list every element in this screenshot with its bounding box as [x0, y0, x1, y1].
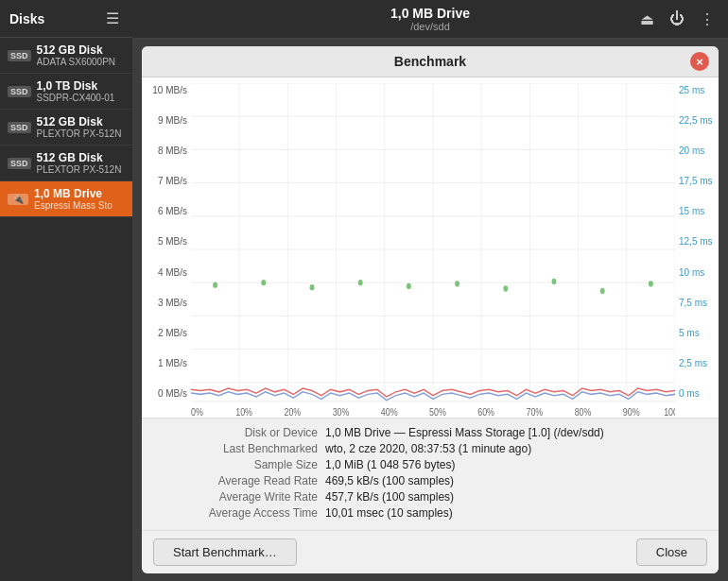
svg-text:50%: 50% [429, 406, 446, 416]
disk-sub: PLEXTOR PX-512N [37, 128, 125, 139]
info-row: Average Write Rate 457,7 kB/s (100 sampl… [157, 490, 703, 504]
eject-button[interactable]: ⏏ [634, 8, 660, 31]
svg-text:20%: 20% [284, 406, 301, 416]
info-row: Average Access Time 10,01 msec (10 sampl… [157, 506, 703, 520]
disk-name: 1,0 MB Drive [34, 187, 125, 200]
y-left-label: 0 MB/s [146, 388, 187, 399]
disk-badge: SSD [8, 158, 31, 169]
y-right-label: 22,5 ms [679, 115, 715, 126]
disk-sub: ADATA SX6000PN [37, 57, 125, 67]
disk-info: 512 GB Disk ADATA SX6000PN [37, 43, 125, 67]
disk-info: 1,0 TB Disk SSDPR-CX400-01 [37, 79, 125, 103]
svg-text:80%: 80% [575, 406, 592, 416]
dialog-header: Benchmark × [142, 46, 719, 77]
power-button[interactable]: ⏻ [664, 8, 690, 31]
svg-point-24 [358, 280, 363, 285]
svg-text:60%: 60% [477, 406, 494, 416]
disk-list: SSD 512 GB Disk ADATA SX6000PN SSD 1,0 T… [0, 38, 132, 217]
svg-text:30%: 30% [333, 406, 350, 416]
y-left-label: 2 MB/s [146, 328, 187, 338]
svg-point-23 [310, 284, 315, 290]
topbar: 1,0 MB Drive /dev/sdd ⏏ ⏻ ⋮ [132, 0, 728, 39]
disk-badge: SSD [8, 122, 31, 133]
info-row: Average Read Rate 469,5 kB/s (100 sample… [157, 474, 703, 487]
y-left-label: 5 MB/s [146, 236, 187, 247]
y-left-label: 4 MB/s [146, 267, 187, 278]
info-value: wto, 2 cze 2020, 08:37:53 (1 minute ago) [325, 442, 531, 455]
svg-point-21 [213, 282, 217, 288]
y-right-label: 20 ms [679, 145, 715, 156]
sidebar-menu-button[interactable]: ☰ [102, 8, 123, 29]
svg-point-29 [600, 288, 605, 294]
topbar-subtitle: /dev/sdd [390, 21, 470, 32]
svg-text:40%: 40% [381, 406, 398, 416]
dialog-close-button[interactable]: × [690, 52, 709, 71]
info-label: Sample Size [157, 458, 318, 471]
svg-point-28 [552, 279, 557, 284]
topbar-title: 1,0 MB Drive [390, 6, 470, 21]
info-value: 10,01 msec (10 samples) [325, 506, 453, 520]
info-value: 1,0 MiB (1 048 576 bytes) [325, 458, 455, 471]
sidebar-item-disk5[interactable]: 🔌 1,0 MB Drive Espressi Mass Sto [0, 181, 132, 217]
info-value: 1,0 MB Drive — Espressi Mass Storage [1.… [325, 426, 604, 439]
y-right-label: 0 ms [679, 388, 715, 399]
y-axis-left: 10 MB/s9 MB/s8 MB/s7 MB/s6 MB/s5 MB/s4 M… [142, 83, 191, 416]
close-button[interactable]: Close [636, 538, 707, 566]
y-right-label: 7,5 ms [679, 298, 715, 308]
disk-sub: PLEXTOR PX-512N [37, 164, 125, 175]
sidebar-header: Disks ☰ [0, 0, 132, 38]
y-right-label: 17,5 ms [679, 176, 715, 186]
sidebar-title: Disks [9, 11, 44, 26]
svg-text:10%: 10% [235, 406, 252, 416]
svg-point-30 [649, 281, 653, 286]
y-left-label: 6 MB/s [146, 206, 187, 216]
more-options-button[interactable]: ⋮ [694, 8, 720, 31]
y-right-label: 5 ms [679, 328, 715, 338]
y-right-label: 2,5 ms [679, 358, 715, 368]
sidebar-item-disk4[interactable]: SSD 512 GB Disk PLEXTOR PX-512N [0, 145, 132, 181]
disk-name: 512 GB Disk [37, 43, 125, 57]
svg-point-22 [261, 280, 266, 285]
info-label: Average Access Time [157, 506, 318, 520]
disk-info: 512 GB Disk PLEXTOR PX-512N [37, 115, 125, 139]
y-left-label: 8 MB/s [146, 145, 187, 156]
info-section: Disk or Device 1,0 MB Drive — Espressi M… [142, 418, 719, 530]
y-axis-right: 25 ms22,5 ms20 ms17,5 ms15 ms12,5 ms10 m… [675, 83, 719, 416]
sidebar-item-disk2[interactable]: SSD 1,0 TB Disk SSDPR-CX400-01 [0, 74, 132, 110]
sidebar-item-disk3[interactable]: SSD 512 GB Disk PLEXTOR PX-512N [0, 110, 132, 145]
info-label: Disk or Device [157, 426, 318, 439]
disk-name: 512 GB Disk [37, 151, 125, 164]
disk-info: 1,0 MB Drive Espressi Mass Sto [34, 187, 125, 211]
dialog-footer: Start Benchmark… Close [142, 530, 719, 573]
disk-name: 1,0 TB Disk [37, 79, 125, 93]
disk-badge: 🔌 [8, 194, 28, 205]
topbar-actions: ⏏ ⏻ ⋮ [634, 8, 720, 31]
sidebar-item-disk1[interactable]: SSD 512 GB Disk ADATA SX6000PN [0, 38, 132, 74]
disk-badge: SSD [8, 50, 31, 61]
svg-text:90%: 90% [623, 406, 640, 416]
y-left-label: 9 MB/s [146, 115, 187, 126]
y-right-label: 25 ms [679, 85, 715, 95]
svg-point-26 [455, 281, 459, 286]
main-area: 1,0 MB Drive /dev/sdd ⏏ ⏻ ⋮ Benchmark × … [132, 0, 728, 581]
y-right-label: 12,5 ms [679, 236, 715, 247]
info-value: 457,7 kB/s (100 samples) [325, 490, 454, 504]
y-left-label: 7 MB/s [146, 176, 187, 186]
start-benchmark-button[interactable]: Start Benchmark… [153, 538, 297, 566]
y-left-label: 1 MB/s [146, 358, 187, 368]
dialog-title: Benchmark [394, 54, 466, 69]
y-right-label: 10 ms [679, 267, 715, 278]
disk-sub: SSDPR-CX400-01 [37, 93, 125, 103]
y-left-label: 3 MB/s [146, 298, 187, 308]
info-label: Average Read Rate [157, 474, 318, 487]
disk-badge: SSD [8, 86, 31, 97]
info-value: 469,5 kB/s (100 samples) [325, 474, 454, 487]
disk-info: 512 GB Disk PLEXTOR PX-512N [37, 151, 125, 175]
svg-text:100%: 100% [664, 406, 675, 416]
topbar-center: 1,0 MB Drive /dev/sdd [390, 6, 470, 32]
info-row: Last Benchmarked wto, 2 cze 2020, 08:37:… [157, 442, 703, 455]
sidebar: Disks ☰ SSD 512 GB Disk ADATA SX6000PN S… [0, 0, 132, 581]
chart-area: 10 MB/s9 MB/s8 MB/s7 MB/s6 MB/s5 MB/s4 M… [142, 77, 719, 418]
benchmark-dialog: Benchmark × 10 MB/s9 MB/s8 MB/s7 MB/s6 M… [142, 46, 719, 573]
disk-name: 512 GB Disk [37, 115, 125, 128]
